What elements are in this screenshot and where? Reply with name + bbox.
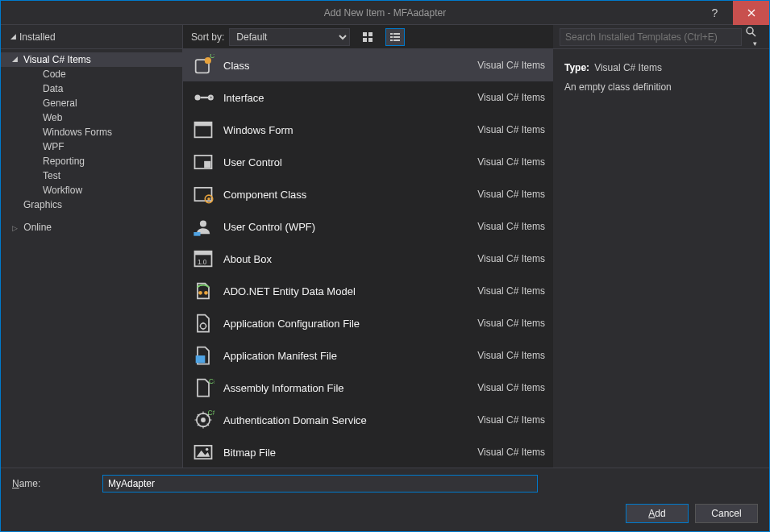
add-button[interactable]: Add <box>626 504 689 523</box>
sidebar-item-visual-csharp-items[interactable]: ◢ Visual C# Items <box>1 52 182 67</box>
template-name: Class <box>223 60 477 72</box>
template-row-class[interactable]: C#ClassVisual C# Items <box>183 49 553 81</box>
template-row-bitmap-file[interactable]: Bitmap FileVisual C# Items <box>183 436 553 468</box>
template-category: Visual C# Items <box>477 318 545 329</box>
template-category: Visual C# Items <box>477 382 545 393</box>
svg-rect-6 <box>390 36 393 38</box>
svg-text:C#: C# <box>208 409 214 417</box>
sidebar-item-code[interactable]: Code <box>1 67 182 81</box>
usercontrol-wpf-icon <box>191 214 215 239</box>
template-name: About Box <box>223 253 477 265</box>
triangle-right-icon: ▷ <box>12 224 18 232</box>
template-name: Application Manifest File <box>223 350 477 362</box>
template-name: Authentication Domain Service <box>223 414 477 426</box>
authservice-icon: C# <box>191 408 215 432</box>
sidebar-item-workflow[interactable]: Workflow <box>1 183 182 197</box>
svg-point-31 <box>204 291 208 295</box>
main-area: ◢ Visual C# Items CodeDataGeneralWebWind… <box>1 49 769 468</box>
search-input[interactable] <box>560 28 742 46</box>
template-row-windows-form[interactable]: Windows FormVisual C# Items <box>183 114 553 146</box>
sidebar-item-graphics[interactable]: Graphics <box>1 197 182 212</box>
info-panel: Type:Visual C# Items An empty class defi… <box>553 49 769 468</box>
template-row-user-control-wpf-[interactable]: User Control (WPF)Visual C# Items <box>183 210 553 243</box>
svg-text:C#: C# <box>209 378 214 385</box>
svg-point-40 <box>206 448 208 451</box>
template-list-panel: C#ClassVisual C# ItemsInterfaceVisual C#… <box>182 49 553 468</box>
bitmap-icon <box>191 440 215 464</box>
template-name: ADO.NET Entity Data Model <box>223 285 477 297</box>
close-icon <box>747 9 755 17</box>
template-row-interface[interactable]: InterfaceVisual C# Items <box>183 81 553 114</box>
template-category: Visual C# Items <box>477 60 545 71</box>
svg-point-24 <box>207 197 210 201</box>
form-icon <box>191 118 215 142</box>
template-category: Visual C# Items <box>477 92 545 103</box>
sort-by-select[interactable]: Default <box>229 28 350 46</box>
name-input[interactable] <box>102 475 538 493</box>
sidebar-header-installed[interactable]: ◢ Installed <box>1 25 182 48</box>
template-name: Component Class <box>223 189 477 201</box>
search-button[interactable]: ▾ <box>745 26 763 48</box>
grid-icon <box>362 31 373 43</box>
window-controls: ? <box>697 1 769 25</box>
sidebar-item-data[interactable]: Data <box>1 81 182 96</box>
help-button[interactable]: ? <box>697 1 733 25</box>
template-category: Visual C# Items <box>477 285 545 297</box>
triangle-down-icon: ◢ <box>12 55 18 63</box>
svg-rect-33 <box>196 355 206 363</box>
svg-rect-5 <box>393 33 400 35</box>
template-name: Bitmap File <box>223 447 477 459</box>
sidebar-item-web[interactable]: Web <box>1 110 182 125</box>
svg-rect-4 <box>390 33 393 35</box>
template-row-component-class[interactable]: Component ClassVisual C# Items <box>183 178 553 210</box>
template-name: Interface <box>223 92 477 104</box>
close-button[interactable] <box>733 1 769 25</box>
template-category: Visual C# Items <box>477 253 545 264</box>
svg-rect-0 <box>363 32 367 36</box>
triangle-down-icon: ◢ <box>10 32 16 40</box>
svg-line-11 <box>752 33 755 36</box>
template-category: Visual C# Items <box>477 414 545 426</box>
template-row-assembly-information-file[interactable]: C#Assembly Information FileVisual C# Ite… <box>183 372 553 404</box>
template-list[interactable]: C#ClassVisual C# ItemsInterfaceVisual C#… <box>183 49 553 468</box>
svg-text:1.0: 1.0 <box>198 259 207 266</box>
template-row-authentication-domain-service[interactable]: C#Authentication Domain ServiceVisual C#… <box>183 404 553 436</box>
sort-bar: Sort by: Default <box>182 25 553 48</box>
svg-point-10 <box>747 27 753 34</box>
template-row-application-configuration-file[interactable]: Application Configuration FileVisual C# … <box>183 307 553 339</box>
svg-rect-21 <box>204 161 210 168</box>
svg-point-36 <box>201 418 206 422</box>
svg-rect-1 <box>368 32 373 36</box>
svg-point-32 <box>201 323 206 329</box>
template-row-user-control[interactable]: User ControlVisual C# Items <box>183 146 553 178</box>
svg-point-15 <box>195 95 201 101</box>
aboutbox-icon: 1.0 <box>191 247 215 271</box>
sidebar-item-test[interactable]: Test <box>1 168 182 183</box>
sidebar-item-windows-forms[interactable]: Windows Forms <box>1 125 182 139</box>
sidebar-item-reporting[interactable]: Reporting <box>1 154 182 168</box>
template-name: Windows Form <box>223 124 477 136</box>
sidebar-item-online[interactable]: ▷ Online <box>1 220 182 235</box>
appconfig-icon <box>191 311 215 335</box>
view-tiles-button[interactable] <box>358 28 377 46</box>
svg-point-25 <box>200 220 206 227</box>
search-icon <box>745 26 756 37</box>
info-description: An empty class definition <box>564 81 758 93</box>
svg-rect-19 <box>195 123 212 127</box>
template-name: User Control (WPF) <box>223 221 477 233</box>
usercontrol-icon <box>191 150 215 174</box>
sidebar-item-wpf[interactable]: WPF <box>1 139 182 154</box>
svg-marker-39 <box>197 451 210 457</box>
sidebar-item-general[interactable]: General <box>1 96 182 110</box>
class-icon: C# <box>191 53 215 77</box>
info-type-line: Type:Visual C# Items <box>564 62 758 73</box>
view-list-button[interactable] <box>385 28 405 46</box>
adonet-icon <box>191 279 215 303</box>
svg-rect-26 <box>194 232 200 236</box>
template-category: Visual C# Items <box>477 189 545 200</box>
template-row-application-manifest-file[interactable]: Application Manifest FileVisual C# Items <box>183 339 553 372</box>
manifest-icon <box>191 343 215 368</box>
cancel-button[interactable]: Cancel <box>695 504 758 523</box>
template-row-about-box[interactable]: 1.0About BoxVisual C# Items <box>183 243 553 275</box>
template-row-ado-net-entity-data-model[interactable]: ADO.NET Entity Data ModelVisual C# Items <box>183 275 553 307</box>
